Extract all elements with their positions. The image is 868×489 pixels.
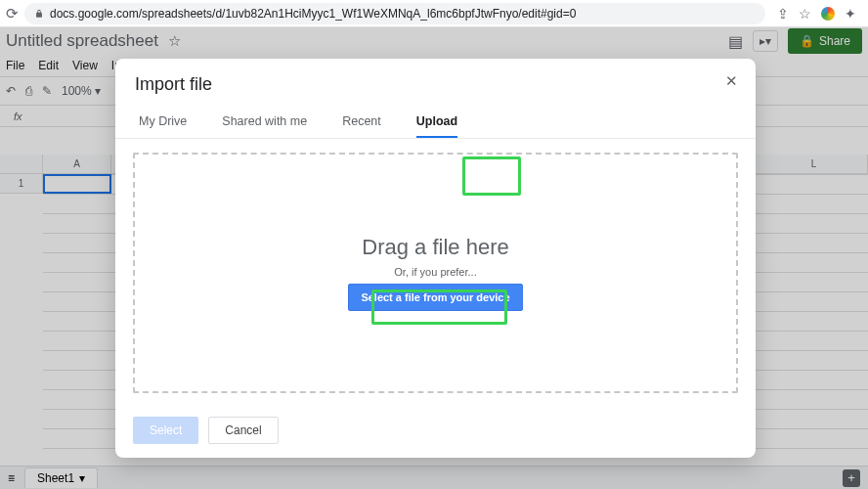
bookmark-star-icon[interactable]: ☆ [799, 6, 811, 22]
dropzone-title: Drag a file here [362, 235, 508, 260]
import-file-dialog: Import file ✕ My Drive Shared with me Re… [115, 59, 756, 458]
dialog-tabs: My Drive Shared with me Recent Upload [115, 101, 756, 139]
share-page-icon[interactable]: ⇪ [777, 6, 789, 22]
address-bar[interactable]: docs.google.com/spreadsheets/d/1uvb82An1… [24, 3, 765, 24]
tab-my-drive[interactable]: My Drive [135, 107, 191, 138]
reload-icon[interactable]: ⟳ [6, 5, 19, 22]
tab-recent[interactable]: Recent [338, 107, 385, 138]
tab-shared-with-me[interactable]: Shared with me [218, 107, 311, 138]
select-button[interactable]: Select [133, 417, 198, 444]
dialog-footer: Select Cancel [115, 407, 756, 458]
cancel-button[interactable]: Cancel [208, 417, 278, 444]
lock-icon [34, 9, 44, 19]
close-icon[interactable]: ✕ [725, 72, 738, 90]
extensions-puzzle-icon[interactable]: ✦ [845, 6, 856, 22]
tab-upload[interactable]: Upload [412, 107, 461, 138]
file-dropzone[interactable]: Drag a file here Or, if you prefer... Se… [133, 153, 738, 393]
browser-chrome: ⟳ docs.google.com/spreadsheets/d/1uvb82A… [0, 0, 868, 27]
extension-icon[interactable] [821, 7, 835, 21]
url-text: docs.google.com/spreadsheets/d/1uvb82An1… [50, 7, 576, 21]
dialog-title: Import file [135, 74, 736, 95]
upload-panel: Drag a file here Or, if you prefer... Se… [115, 139, 756, 407]
select-file-button[interactable]: Select a file from your device [348, 284, 522, 311]
dropzone-subtitle: Or, if you prefer... [394, 266, 476, 278]
